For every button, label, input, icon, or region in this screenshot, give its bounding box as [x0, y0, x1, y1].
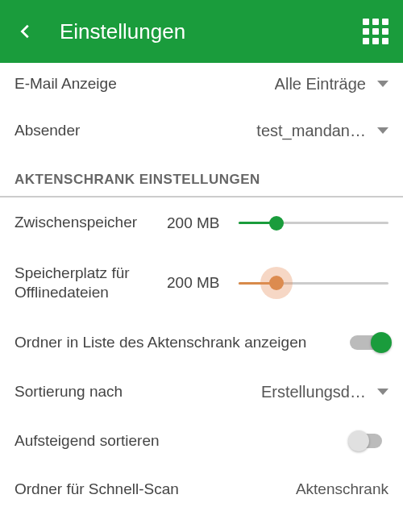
sort-label: Sortierung nach	[15, 382, 261, 402]
email-display-dropdown[interactable]: Alle Einträge	[275, 75, 388, 94]
cache-label: Zwischenspeicher	[15, 213, 156, 233]
email-display-value: Alle Einträge	[275, 75, 366, 94]
quickscan-row[interactable]: Ordner für Schnell-Scan Aktenschrank	[0, 466, 403, 513]
chevron-down-icon	[377, 81, 388, 87]
quickscan-value: Aktenschrank	[296, 480, 388, 498]
offline-label: Speicherplatz für Offlinedateien	[15, 264, 156, 303]
section-header: AKTENSCHRANK EINSTELLUNGEN	[0, 154, 403, 197]
asc-switch-label: Aufsteigend sortieren	[15, 430, 340, 451]
email-display-label: E-Mail Anzeige	[15, 74, 275, 94]
sort-row: Sortierung nach Erstellungsd…	[0, 368, 403, 417]
cache-row: Zwischenspeicher 200 MB	[0, 197, 403, 249]
sender-row: Absender test_mandan…	[0, 108, 403, 154]
page-title: Einstellungen	[60, 19, 363, 44]
back-button[interactable]	[15, 20, 37, 43]
folder-switch-row: Ordner in Liste des Aktenschrank anzeige…	[0, 318, 403, 368]
folder-switch-label: Ordner in Liste des Aktenschrank anzeige…	[15, 332, 340, 353]
chevron-down-icon	[377, 127, 388, 134]
offline-slider[interactable]	[239, 272, 388, 294]
folder-switch[interactable]	[350, 333, 388, 352]
quickscan-label: Ordner für Schnell-Scan	[15, 480, 179, 498]
asc-switch[interactable]	[350, 431, 388, 451]
apps-menu-icon[interactable]	[363, 19, 388, 44]
sender-value: test_mandan…	[256, 122, 366, 140]
offline-row: Speicherplatz für Offlinedateien 200 MB	[0, 249, 403, 318]
offline-value: 200 MB	[167, 274, 227, 292]
sender-dropdown[interactable]: test_mandan…	[256, 122, 388, 140]
sender-label: Absender	[15, 121, 256, 141]
cache-slider[interactable]	[239, 212, 388, 235]
sort-dropdown[interactable]: Erstellungsd…	[261, 383, 388, 401]
chevron-down-icon	[377, 389, 388, 395]
asc-switch-row: Aufsteigend sortieren	[0, 416, 403, 466]
cache-value: 200 MB	[167, 214, 227, 232]
email-display-row: E-Mail Anzeige Alle Einträge	[0, 63, 403, 108]
sort-value: Erstellungsd…	[261, 383, 366, 401]
